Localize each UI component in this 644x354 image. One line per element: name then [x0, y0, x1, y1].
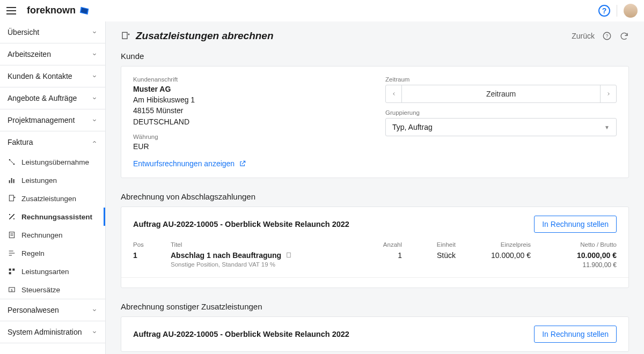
sidebar-item-uebersicht[interactable]: Übersicht [0, 21, 105, 43]
row-unit: Stück [402, 251, 456, 260]
grouping-select[interactable]: Typ, Auftrag ▼ [385, 118, 617, 136]
order-title: Auftrag AU-2022-10005 - Oberblick Websit… [133, 220, 349, 228]
chevron-up-icon [91, 139, 98, 145]
sidebar-sub-regeln[interactable]: Regeln [0, 244, 105, 262]
bar-chart-icon [8, 176, 16, 185]
help-circle-icon[interactable]: ? [602, 31, 612, 41]
sidebar-item-personalwesen[interactable]: Personalwesen [0, 299, 105, 321]
row-qty: 1 [354, 251, 402, 260]
order-card-1: Auftrag AU-2022-10005 - Oberblick Websit… [121, 206, 629, 288]
period-next-button[interactable] [600, 85, 616, 102]
sidebar-item-faktura[interactable]: Faktura [0, 131, 105, 153]
table-header: Pos Titel Anzahl Einheit Einzelpreis Net… [133, 241, 617, 250]
address-label: Kundenanschrift [133, 76, 364, 83]
sidebar: Übersicht Arbeitszeiten Kunden & Kontakt… [0, 21, 106, 354]
sidebar-sub-leistungen[interactable]: Leistungen [0, 171, 105, 189]
svg-rect-5 [9, 195, 13, 201]
invoice-button[interactable]: In Rechnung stellen [534, 216, 617, 233]
invoice-button-2[interactable]: In Rechnung stellen [534, 326, 617, 343]
chevron-left-icon [391, 91, 397, 97]
customer-country: DEUTSCHLAND [133, 116, 364, 127]
customer-city: 48155 Münster [133, 105, 364, 116]
refresh-icon[interactable] [619, 31, 629, 41]
chevron-down-icon [91, 95, 98, 101]
brand-logo-icon [79, 5, 91, 17]
customer-street: Am Hibiskusweg 1 [133, 94, 364, 105]
svg-rect-10 [12, 269, 14, 271]
divider [121, 277, 628, 278]
wand-icon [8, 212, 16, 221]
col-unit: Einheit [402, 241, 456, 248]
period-value[interactable]: Zeitraum [402, 85, 600, 102]
svg-point-1 [13, 164, 15, 165]
draft-invoices-link[interactable]: Entwurfsrechnungen anzeigen [133, 159, 246, 168]
row-price: 10.000,00 € [456, 251, 531, 260]
section-heading-kunde: Kunde [106, 47, 644, 66]
transfer-icon [8, 158, 16, 166]
col-price: Einzelpreis [456, 241, 531, 248]
svg-rect-11 [9, 272, 11, 274]
back-link[interactable]: Zurück [572, 32, 595, 40]
help-icon[interactable]: ? [598, 5, 610, 17]
sidebar-item-projektmanagement[interactable]: Projektmanagement [0, 109, 105, 131]
row-netto: 10.000,00 € [531, 251, 617, 260]
chevron-down-icon [91, 51, 98, 57]
row-pos: 1 [133, 251, 171, 260]
period-prev-button[interactable] [386, 85, 402, 102]
page-header: Zusatzleistungen abrechnen Zurück ? [106, 21, 644, 47]
user-avatar[interactable] [624, 4, 638, 18]
table-row: 1 Abschlag 1 nach Beauftragung Sonstige … [133, 250, 617, 270]
divider [617, 5, 617, 17]
sidebar-sub-zusatzleistungen[interactable]: Zusatzleistungen [0, 189, 105, 208]
sidebar-sub-leistungsuebernahme[interactable]: Leistungsübernahme [0, 153, 105, 171]
svg-rect-9 [9, 269, 11, 271]
period-navigator: Zeitraum [385, 85, 617, 103]
sidebar-item-system-admin[interactable]: System Administration [0, 321, 105, 343]
svg-rect-4 [13, 179, 14, 183]
tax-icon: $ [8, 285, 16, 294]
document-icon [286, 252, 292, 259]
sidebar-item-angebote[interactable]: Angebote & Aufträge [0, 87, 105, 109]
section-heading-sonstige: Abrechnung sonstiger Zusatzleistungen [106, 298, 644, 316]
brand: foreknown [27, 5, 91, 17]
sidebar-sub-rechnungsassistent[interactable]: Rechnungsassistent [0, 208, 105, 226]
svg-rect-3 [11, 178, 12, 183]
sidebar-sub-steuersaetze[interactable]: $Steuersätze [0, 281, 105, 299]
svg-rect-17 [287, 253, 291, 258]
sidebar-sub-leistungsarten[interactable]: Leistungsarten [0, 262, 105, 281]
svg-rect-2 [9, 180, 10, 183]
types-icon [8, 267, 16, 276]
rules-icon [8, 249, 16, 257]
chevron-down-icon [91, 307, 98, 313]
add-document-icon [121, 31, 130, 41]
chevron-down-icon [91, 29, 98, 35]
svg-point-0 [9, 159, 11, 161]
col-title: Titel [171, 241, 354, 248]
svg-rect-8 [9, 232, 14, 238]
period-label: Zeitraum [385, 76, 617, 83]
chevron-down-icon [91, 73, 98, 79]
invoice-icon [8, 231, 16, 239]
section-heading-abschlag: Abrechnung von Abschlagszahlungen [106, 188, 644, 206]
chevron-down-icon [91, 329, 98, 335]
sidebar-sub-rechnungen[interactable]: Rechnungen [0, 226, 105, 244]
hamburger-menu-icon[interactable] [6, 4, 19, 17]
topbar: foreknown ? [0, 0, 644, 21]
row-brutto: 11.900,00 € [531, 261, 617, 269]
add-document-icon [8, 194, 16, 203]
row-subtitle: Sonstige Position, Standard VAT 19 % [171, 261, 354, 268]
sidebar-item-kunden[interactable]: Kunden & Kontakte [0, 65, 105, 87]
page-title: Zusatzleistungen abrechnen [136, 30, 566, 42]
svg-rect-14 [122, 32, 127, 39]
col-pos: Pos [133, 241, 171, 248]
sidebar-item-arbeitszeiten[interactable]: Arbeitszeiten [0, 43, 105, 65]
brand-name: foreknown [27, 5, 76, 16]
currency-label: Währung [133, 134, 364, 140]
svg-text:$: $ [11, 289, 13, 292]
external-link-icon [239, 160, 246, 167]
order-card-2: Auftrag AU-2022-10005 - Oberblick Websit… [121, 316, 629, 352]
chevron-right-icon [606, 91, 611, 97]
col-qty: Anzahl [354, 241, 402, 248]
grouping-value: Typ, Auftrag [392, 123, 433, 131]
order-title-2: Auftrag AU-2022-10005 - Oberblick Websit… [133, 330, 349, 338]
